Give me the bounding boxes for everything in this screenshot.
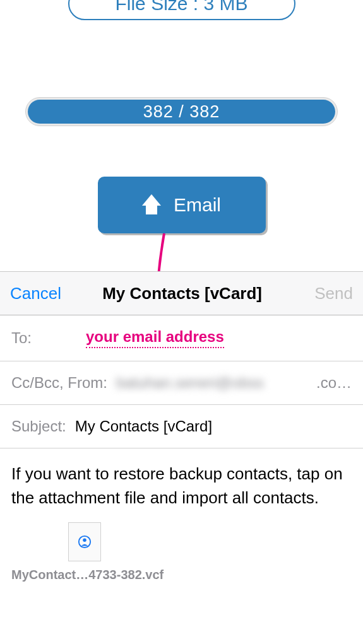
ccbcc-label: Cc/Bcc, From: (11, 374, 107, 392)
compose-title: My Contacts [vCard] (50, 284, 314, 303)
attachment-area: MyContact…4733-382.vcf (0, 516, 363, 582)
file-size-label: File Size : 3 MB (115, 0, 247, 15)
email-button[interactable]: Email (98, 177, 266, 233)
email-body[interactable]: If you want to restore backup contacts, … (0, 448, 363, 516)
to-label: To: (11, 329, 77, 347)
to-field[interactable]: To: your email address (0, 315, 363, 361)
email-body-text: If you want to restore backup contacts, … (11, 464, 343, 507)
svg-point-1 (83, 539, 86, 542)
send-button[interactable]: Send (314, 284, 353, 303)
compose-sheet: Cancel My Contacts [vCard] Send To: your… (0, 271, 363, 644)
subject-label: Subject: (11, 418, 66, 435)
upload-icon (142, 196, 161, 214)
file-size-pill: File Size : 3 MB (68, 0, 295, 20)
progress-bar: 382 / 382 (25, 97, 338, 126)
ccbcc-field[interactable]: Cc/Bcc, From: batuhan.seneri@obss .co… (0, 361, 363, 405)
from-suffix: .co… (316, 374, 352, 392)
progress-fill: 382 / 382 (28, 100, 335, 124)
contact-icon (78, 535, 92, 549)
email-button-label: Email (174, 194, 221, 216)
to-annotation: your email address (86, 328, 224, 348)
subject-value: My Contacts [vCard] (75, 418, 212, 435)
compose-header: Cancel My Contacts [vCard] Send (0, 271, 363, 315)
attachment-thumbnail[interactable] (68, 522, 101, 561)
progress-text: 382 / 382 (143, 102, 220, 122)
attachment-filename: MyContact…4733-382.vcf (11, 568, 352, 582)
subject-field[interactable]: Subject: My Contacts [vCard] (0, 405, 363, 448)
from-blurred: batuhan.seneri@obss (116, 374, 307, 392)
